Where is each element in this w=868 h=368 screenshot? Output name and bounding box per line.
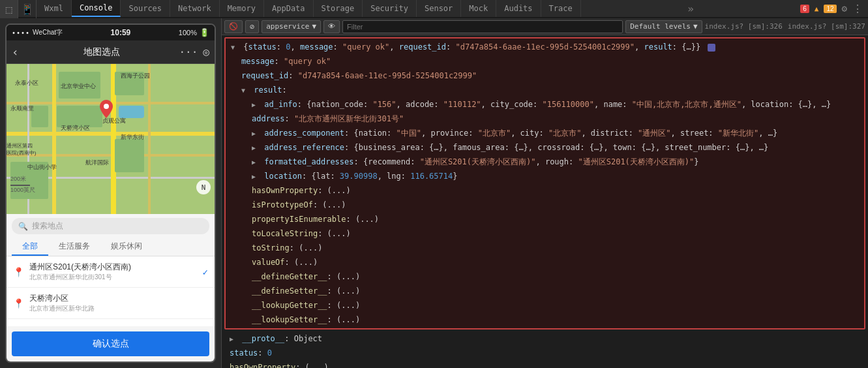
dropdown-arrow: ▼ (312, 22, 316, 31)
inspect-icon[interactable]: ⬚ (0, 0, 18, 18)
console-has-own-2: hasOwnProperty: (...) (222, 360, 868, 368)
console-reqid-line: request_id: "d747a854-6aae-11ec-995d-525… (228, 69, 861, 83)
settings-icon[interactable]: ⚙ (842, 3, 847, 14)
map-label-xinhuadong: 新华东街 (121, 133, 144, 142)
console-message-line: message: "query ok" (228, 54, 861, 69)
console-proto-line: __proto__: Object (222, 331, 868, 346)
list-item[interactable]: 📍 天桥湾小区 北京市通州区新华北路 (7, 288, 215, 319)
levels-label: Default levels (630, 22, 691, 31)
console-prop-enum: propertyIsEnumerable: (...) (228, 212, 861, 226)
location-name-1: 通州区S201(天桥湾小区西南) (29, 262, 203, 273)
tab-appdata[interactable]: AppData (264, 0, 314, 17)
console-lookup-setter: __lookupSetter__: (...) (228, 313, 861, 327)
console-fmtaddr-line: formatted_addresses: {recommend: "通州区S20… (228, 155, 861, 169)
file-refs: index.js? [sm]:326 index.js? [sm]:327 (705, 22, 865, 31)
file-ref-2[interactable]: index.js? [sm]:327 (788, 22, 865, 31)
object-badge (708, 44, 715, 52)
carrier-name: WeChat字 (33, 28, 63, 37)
map-label-xihaizi: 西海子公园 (121, 72, 150, 80)
levels-dropdown[interactable]: Default levels ▼ (625, 20, 702, 33)
levels-arrow: ▼ (693, 22, 698, 31)
back-button[interactable]: ‹ (12, 45, 19, 59)
more-options-icon[interactable]: ⋮ (852, 3, 863, 15)
console-status-line: status: 0 (222, 346, 868, 360)
console-is-proto: isPrototypeOf: (...) (228, 198, 861, 212)
phone-time: 10:59 (63, 28, 179, 37)
tab-audits[interactable]: Audits (496, 0, 541, 17)
phone-simulator-panel: •••• WeChat字 10:59 100% 🔋 ‹ 地图选点 ··· (0, 18, 222, 368)
console-output[interactable]: {status: 0, message: "query ok", request… (222, 35, 868, 368)
console-lookup-getter: __lookupGetter__: (...) (228, 298, 861, 313)
map-label-yongshun: 永顺南里 (10, 104, 34, 113)
tab-console[interactable]: Console (72, 0, 121, 17)
map-label-hangyangintl: 航洋国际 (85, 159, 109, 167)
console-value-of: valueOf: (...) (228, 255, 861, 269)
warning-icon: ▲ (815, 5, 819, 13)
list-item[interactable]: 📍 通州区S201(天桥湾小区西南) 北京市通州区新华北街301号 ✓ (7, 256, 215, 288)
battery-icon: 🔋 (200, 28, 209, 37)
battery-pct: 100% (179, 29, 197, 37)
adinfo-collapse-arrow[interactable] (252, 100, 260, 110)
tab-wxml[interactable]: Wxml (37, 0, 72, 17)
console-to-string: toString: (...) (228, 241, 861, 255)
location-collapse-arrow[interactable] (252, 172, 260, 181)
map-label-huaye: 北京华业中心 (61, 82, 96, 91)
collapse-arrow[interactable] (231, 42, 239, 52)
phone-nav-bar: ‹ 地图选点 ··· ◎ (7, 40, 215, 64)
console-result-line: result: (228, 83, 861, 97)
warning-badge: 12 (824, 5, 836, 13)
location-check-1: ✓ (203, 267, 208, 277)
search-icon: 🔍 (18, 222, 28, 231)
addrref-collapse-arrow[interactable] (252, 143, 260, 153)
tab-storage[interactable]: Storage (314, 0, 363, 17)
location-icon-1: 📍 (13, 267, 24, 277)
target-icon[interactable]: ◎ (203, 46, 209, 58)
location-addr-2: 北京市通州区新华北路 (29, 304, 208, 313)
service-selector[interactable]: appservice ▼ (262, 20, 321, 33)
file-ref-1[interactable]: index.js? [sm]:326 (705, 22, 783, 31)
location-info-1: 通州区S201(天桥湾小区西南) 北京市通州区新华北街301号 (29, 262, 203, 282)
console-location-line: location: {lat: 39.90998, lng: 116.65714… (228, 169, 861, 183)
device-icon[interactable]: 📱 (18, 0, 37, 18)
carrier-signal: •••• (12, 29, 30, 37)
map-label-tianqiaowan: 天桥湾小区 (61, 124, 90, 132)
proto-collapse-arrow[interactable] (230, 334, 237, 344)
addrcomp-collapse-arrow[interactable] (252, 129, 260, 138)
tab-sources[interactable]: Sources (121, 0, 170, 17)
cat-tab-life[interactable]: 生活服务 (48, 238, 100, 256)
tab-security[interactable]: Security (363, 0, 417, 17)
page-title: 地图选点 (24, 46, 179, 58)
location-name-2: 天桥湾小区 (29, 293, 208, 304)
more-tabs-icon[interactable]: » (682, 0, 699, 17)
fmtaddr-collapse-arrow[interactable] (252, 157, 260, 167)
filter-toggle-button[interactable]: ⊘ (245, 20, 259, 33)
cat-tab-all[interactable]: 全部 (12, 238, 48, 256)
svg-point-0 (104, 104, 109, 109)
clear-console-button[interactable]: 🚫 (224, 20, 243, 33)
cat-tab-entertain[interactable]: 娱乐休闲 (100, 238, 153, 256)
console-address-line: address: "北京市通州区新华北街301号" (228, 112, 861, 126)
confirm-button[interactable]: 确认选点 (12, 331, 209, 356)
tab-sensor[interactable]: Sensor (417, 0, 461, 17)
tab-bar: ⬚ 📱 Wxml Console Sources Network Memory … (0, 0, 868, 18)
filter-input[interactable] (342, 20, 623, 33)
tab-mock[interactable]: Mock (461, 0, 496, 17)
console-addrref-line: address_reference: {business_area: {…}, … (228, 140, 861, 155)
console-main-line: {status: 0, message: "query ok", request… (228, 40, 861, 54)
location-addr-1: 北京市通州区新华北街301号 (29, 273, 203, 282)
location-list: 📍 通州区S201(天桥湾小区西南) 北京市通州区新华北街301号 ✓ 📍 天桥… (7, 256, 215, 326)
tab-trace[interactable]: Trace (541, 0, 581, 17)
error-badge: 6 (800, 5, 809, 13)
map-area[interactable]: 永泰小区 北京华业中心 西海子公园 永顺南里 天桥湾小区 贞观公寓 通州区第四医… (7, 64, 215, 214)
search-bar[interactable]: 🔍 搜索地点 (12, 218, 209, 234)
more-icon[interactable]: ··· (179, 46, 198, 58)
tab-network[interactable]: Network (170, 0, 220, 17)
map-label-zhongshan: 中山街小学 (27, 163, 57, 172)
tab-memory[interactable]: Memory (220, 0, 264, 17)
result-collapse-arrow[interactable] (241, 85, 249, 95)
console-adinfo-line: ad_info: {nation_code: "156", adcode: "1… (228, 97, 861, 112)
devtools-toolbar: 🚫 ⊘ appservice ▼ 👁 Default levels ▼ inde… (222, 18, 868, 35)
compass-button[interactable]: N (196, 180, 211, 194)
phone-device: •••• WeChat字 10:59 100% 🔋 ‹ 地图选点 ··· (5, 23, 216, 363)
eye-button[interactable]: 👁 (323, 20, 340, 33)
